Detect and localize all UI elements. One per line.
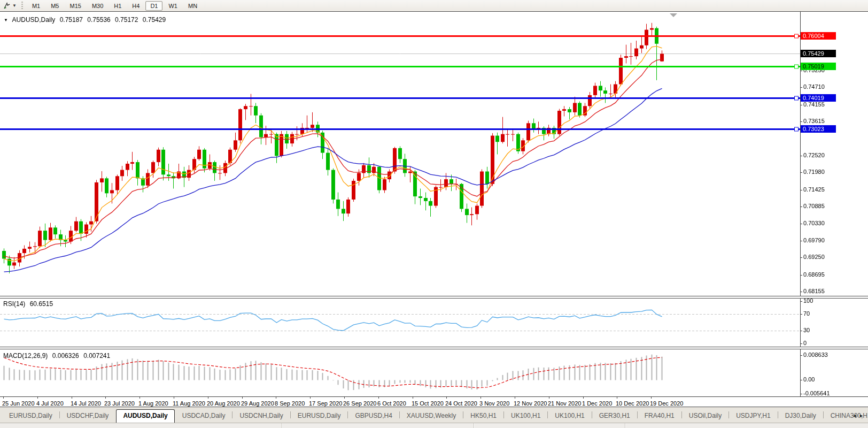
- chevron-down-icon[interactable]: ▼: [12, 3, 17, 8]
- tab-eurusd-daily[interactable]: EURUSD,Daily: [291, 409, 348, 423]
- time-axis-label: 24 Oct 2020: [445, 400, 477, 407]
- price-axis-tick-dash: [800, 257, 802, 258]
- tab-usdcad-daily[interactable]: USDCAD,Daily: [175, 409, 232, 423]
- price-axis-tick-dash: [800, 207, 802, 207]
- tab-audusd-daily[interactable]: AUDUSD,Daily: [116, 409, 174, 423]
- tab-xauusd-weekly[interactable]: XAUUSD,Weekly: [400, 409, 463, 423]
- time-axis-label: 12 Nov 2020: [514, 400, 547, 407]
- time-axis-label: 11 Aug 2020: [173, 400, 205, 407]
- tab-usoil-daily[interactable]: USOil,Daily: [682, 409, 728, 423]
- price-axis-tick-dash: [800, 241, 802, 241]
- timeframe-button-m30[interactable]: M30: [87, 1, 108, 11]
- rsi-axis-tick: 70: [803, 310, 810, 317]
- time-axis-tick: [140, 396, 140, 399]
- rsi-value: 60.6515: [30, 300, 53, 308]
- price-axis-tick-dash: [800, 156, 802, 156]
- rsi-label: RSI(14) 60.6515: [3, 300, 56, 308]
- price-axis-tick-dash: [800, 71, 802, 71]
- price-axis-tick: 0.69790: [803, 237, 825, 243]
- time-axis-tick: [515, 396, 515, 399]
- time-axis-tick: [344, 396, 345, 399]
- timeframe-button-m15[interactable]: M15: [65, 1, 86, 11]
- time-axis-tick: [276, 396, 276, 399]
- timeframe-button-m1[interactable]: M1: [27, 1, 45, 11]
- tab-hk50-h1[interactable]: HK50,H1: [463, 409, 503, 423]
- tab-gbpusd-h4[interactable]: GBPUSD,H4: [348, 409, 399, 423]
- pane-splitter[interactable]: [0, 347, 868, 349]
- price-axis-tick-dash: [800, 87, 802, 88]
- toolbar-grip[interactable]: [21, 2, 24, 10]
- time-axis-label: 1 Dec 2020: [582, 400, 612, 407]
- price-axis-tick-dash: [800, 105, 802, 105]
- chart-title: ▼ AUDUSD,Daily 0.75187 0.75536 0.75172 0…: [4, 16, 168, 24]
- timeframe-button-m5[interactable]: M5: [46, 1, 64, 11]
- time-axis: 25 Jun 20204 Jul 202014 Jul 202023 Jul 2…: [0, 399, 868, 408]
- hline-price-badge: 0.75019: [801, 63, 836, 70]
- timeframe-toolbar: ▼ M1M5M15M30H1H4D1W1MN: [0, 0, 868, 11]
- price-axis-tick-dash: [800, 292, 802, 292]
- macd-axis-tick: 0.008633: [803, 351, 828, 358]
- price-axis-tick: 0.68155: [803, 288, 825, 294]
- time-axis-label: 26 Sep 2020: [343, 400, 376, 407]
- time-axis-tick: [37, 396, 38, 399]
- time-axis-label: 17 Sep 2020: [309, 400, 342, 407]
- timeframe-button-mn[interactable]: MN: [183, 1, 202, 11]
- cursor-tool-icon[interactable]: [2, 2, 12, 10]
- price-axis-tick: 0.73615: [803, 118, 825, 124]
- rsi-indicator-pane[interactable]: [0, 298, 800, 348]
- tab-ger30-h1[interactable]: GER30,H1: [592, 409, 637, 423]
- timeframe-button-h4[interactable]: H4: [127, 1, 144, 11]
- price-axis-tick: 0.70330: [803, 220, 825, 226]
- status-cell: [0, 423, 282, 428]
- tab-eurusd-daily[interactable]: EURUSD,Daily: [2, 409, 59, 423]
- price-axis-tick-dash: [800, 224, 802, 224]
- macd-axis-tick: 0.00: [803, 376, 815, 383]
- time-axis-label: 29 Aug 2020: [241, 400, 274, 407]
- symbol-dropdown-icon[interactable]: ▼: [4, 18, 8, 22]
- pane-splitter[interactable]: [0, 296, 868, 299]
- price-axis-tick: 0.71980: [803, 169, 825, 175]
- time-axis-tick: [549, 396, 549, 399]
- time-axis-label: 3 Nov 2020: [479, 400, 509, 407]
- time-axis-label: 6 Oct 2020: [377, 400, 406, 407]
- time-axis-label: 14 Jul 2020: [71, 400, 101, 407]
- hline-price-badge: 0.74019: [801, 94, 836, 102]
- price-axis-tick: 0.68695: [803, 271, 825, 278]
- tab-fra40-h1[interactable]: FRA40,H1: [638, 409, 681, 423]
- timeframe-button-d1[interactable]: D1: [145, 1, 162, 11]
- macd-indicator-pane[interactable]: [0, 350, 800, 396]
- tab-usdcnh-daily[interactable]: USDCNH,Daily: [232, 409, 290, 423]
- rsi-axis-tick-dash: [800, 314, 802, 315]
- macd-main-value: 0.006326: [52, 352, 79, 360]
- time-axis-tick: [174, 396, 174, 399]
- time-axis-tick: [413, 396, 413, 399]
- rsi-axis-tick-dash: [800, 343, 802, 344]
- timeframe-button-h1[interactable]: H1: [109, 1, 126, 11]
- time-axis-label: 23 Jul 2020: [104, 400, 135, 407]
- price-axis-tick: 0.71425: [803, 186, 825, 193]
- tab-uk100-h1[interactable]: UK100,H1: [504, 409, 547, 423]
- time-axis-tick: [651, 396, 652, 399]
- macd-name: MACD(12,26,9): [3, 352, 48, 360]
- close-value: 0.75429: [143, 16, 166, 24]
- tab-scroll-arrows[interactable]: ◄►: [852, 413, 866, 418]
- chart-shift-marker[interactable]: [670, 13, 677, 17]
- tab-usdchf-daily[interactable]: USDCHF,Daily: [60, 409, 116, 423]
- tab-usdjpy-h1[interactable]: USDJPY,H1: [729, 409, 777, 423]
- time-axis-tick: [480, 396, 481, 399]
- price-axis-tick-dash: [800, 190, 802, 190]
- main-price-chart[interactable]: [0, 12, 800, 296]
- timeframe-button-w1[interactable]: W1: [164, 1, 182, 11]
- time-axis-label: 20 Aug 2020: [207, 400, 240, 407]
- high-value: 0.75536: [87, 16, 110, 24]
- hline-price-badge: 0.73023: [801, 125, 836, 133]
- time-axis-tick: [208, 396, 208, 399]
- time-axis-label: 1 Aug 2020: [138, 400, 168, 407]
- rsi-axis-tick: 0: [803, 340, 807, 346]
- tab-uk100-h1[interactable]: UK100,H1: [548, 409, 591, 423]
- timeframe-buttons: M1M5M15M30H1H4D1W1MN: [27, 1, 203, 11]
- tab-dj30-daily[interactable]: DJ30,Daily: [778, 409, 823, 423]
- time-axis-tick: [3, 396, 4, 399]
- price-axis-tick: 0.74710: [803, 83, 825, 90]
- time-axis-tick: [105, 396, 106, 399]
